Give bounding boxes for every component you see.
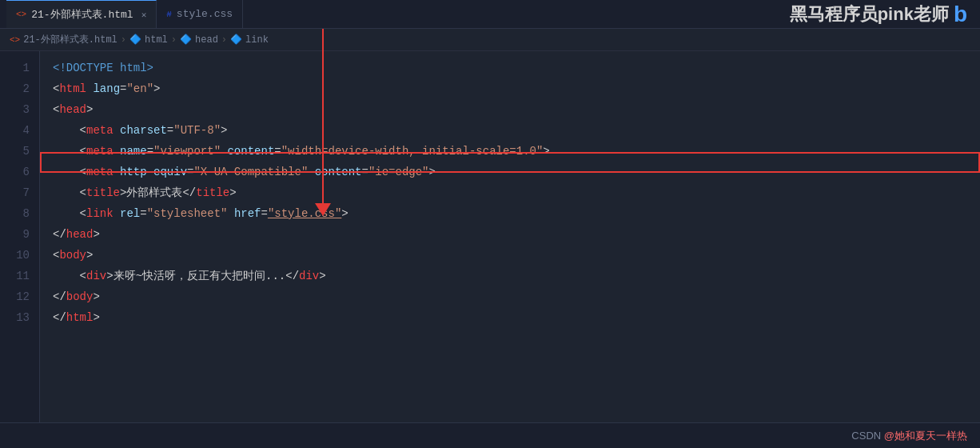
bracket-6a: < <box>80 166 86 178</box>
space-5b <box>221 145 227 158</box>
space-6b <box>308 166 314 178</box>
css-icon: # <box>166 10 172 19</box>
tag-head: head <box>59 103 86 116</box>
watermark: 黑马程序员pink老师 b <box>790 2 980 27</box>
str-en: "en" <box>126 82 153 95</box>
bracket-9a: </ <box>53 228 66 241</box>
eq-8b: = <box>261 207 268 220</box>
breadcrumb-sep3: › <box>221 34 227 46</box>
attr-charset: charset <box>120 124 167 137</box>
tag-html-close: html <box>66 311 94 324</box>
tag-meta-4: meta <box>86 124 114 137</box>
tag-div: div <box>86 270 106 282</box>
tag-link: link <box>86 207 114 220</box>
tab-group: <> 21-外部样式表.html ✕ # style.css <box>6 0 243 28</box>
bracket-13a: </ <box>53 311 66 324</box>
breadcrumb-file: 21-外部样式表.html <box>23 33 118 46</box>
code-line-9: </head> <box>53 224 980 245</box>
bracket-6b: > <box>429 166 436 178</box>
tag-body: body <box>59 249 86 262</box>
bracket-open-3: < <box>53 103 59 116</box>
tab-html[interactable]: <> 21-外部样式表.html ✕ <box>6 0 157 28</box>
breadcrumb-head: head <box>195 34 218 46</box>
indent-6 <box>53 166 80 178</box>
indent-5 <box>53 145 80 158</box>
bracket-11a: < <box>80 270 86 282</box>
str-xua: "X-UA-Compatible" <box>193 166 308 178</box>
indent-7 <box>53 186 80 199</box>
code-line-4: <meta charset="UTF-8"> <box>53 120 980 141</box>
attr-lang: lang <box>93 82 120 95</box>
bracket-5b: > <box>543 145 549 158</box>
bracket-10b: > <box>86 249 93 262</box>
line-num-4: 4 <box>0 120 30 141</box>
bracket-close-2: > <box>153 82 160 95</box>
str-stylesheet: "stylesheet" <box>147 207 228 220</box>
eq-6a: = <box>187 166 193 178</box>
watermark-letter: b <box>954 2 967 27</box>
line-num-5: 5 <box>0 141 30 162</box>
bracket-4b: > <box>221 124 227 137</box>
bracket-close-3: > <box>86 103 93 116</box>
bracket-4a: < <box>80 124 86 137</box>
html-icon: <> <box>16 10 26 19</box>
indent-8 <box>53 207 80 220</box>
attr-href: href <box>234 207 261 220</box>
arrow-head <box>315 203 331 216</box>
line-num-1: 1 <box>0 58 30 78</box>
attr-rel: rel <box>120 207 140 220</box>
tag-div-close: div <box>299 270 319 282</box>
arrow-line <box>322 29 324 205</box>
indent-4 <box>53 124 80 137</box>
watermark-text: 黑马程序员pink老师 <box>790 2 949 26</box>
code-line-3: <head> <box>53 99 980 120</box>
eq-5a: = <box>147 145 153 158</box>
div-text: 来呀~快活呀，反正有大把时间... <box>114 269 286 283</box>
space-6a <box>114 166 120 178</box>
bracket-12b: > <box>93 290 99 303</box>
line-num-2: 2 <box>0 78 30 99</box>
line-num-9: 9 <box>0 224 30 245</box>
code-line-12: </body> <box>53 286 980 307</box>
str-ie: "ie=edge" <box>368 166 429 178</box>
bracket-11b: > <box>106 270 113 282</box>
tag-body-close: body <box>66 290 94 303</box>
bracket-open-2: < <box>53 82 59 95</box>
bracket-7c: </ <box>182 186 196 199</box>
space-8a <box>114 207 120 220</box>
code-line-10: <body> <box>53 245 980 266</box>
code-line-11: <div>来呀~快活呀，反正有大把时间...</div> <box>53 266 980 286</box>
file-icon: <> <box>10 35 20 45</box>
bracket-7b: > <box>120 186 126 199</box>
tab-css[interactable]: # style.css <box>157 0 243 28</box>
space-2 <box>86 82 93 95</box>
bracket-5a: < <box>80 145 86 158</box>
attr-content-5: content <box>227 145 274 158</box>
breadcrumb: <> 21-外部样式表.html › 🔷 html › 🔷 head › 🔷 l… <box>0 29 980 51</box>
bracket-11d: > <box>319 270 325 282</box>
bracket-12a: </ <box>53 290 66 303</box>
code-content: <!DOCTYPE html> <html lang="en"> <head> … <box>40 51 980 422</box>
breadcrumb-link: link <box>245 34 269 46</box>
tab-bar: <> 21-外部样式表.html ✕ # style.css 黑马程序员pink… <box>0 0 980 29</box>
status-text: CSDN @她和夏天一样热 <box>851 429 967 443</box>
space-5a <box>114 145 120 158</box>
breadcrumb-html: html <box>145 34 168 46</box>
eq-8a: = <box>140 207 146 220</box>
line-num-11: 11 <box>0 266 30 286</box>
tag-title-close: title <box>196 186 229 199</box>
code-line-13: </html> <box>53 307 980 328</box>
bracket-8b: > <box>341 207 348 220</box>
bracket-7a: < <box>80 186 86 199</box>
breadcrumb-link-icon: 🔷 <box>230 34 242 46</box>
indent-11 <box>53 270 80 282</box>
breadcrumb-sep2: › <box>171 34 177 46</box>
bracket-8a: < <box>80 207 86 220</box>
tab-css-label: style.css <box>177 8 233 20</box>
tag-meta-6: meta <box>86 166 114 178</box>
tab-html-close[interactable]: ✕ <box>141 10 147 20</box>
bracket-11c: </ <box>285 270 299 282</box>
doctype-tag: <!DOCTYPE html> <box>53 62 153 74</box>
line-num-12: 12 <box>0 286 30 307</box>
attr-httpequiv: http-equiv <box>120 166 187 178</box>
